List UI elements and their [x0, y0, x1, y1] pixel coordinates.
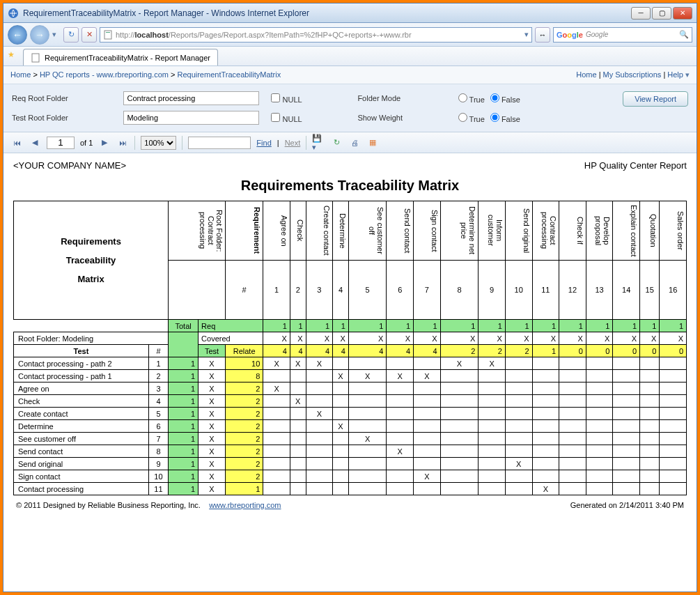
rtm-header-line2: Traceability	[17, 255, 165, 265]
requirement-col: Requirement	[225, 201, 263, 261]
table-row: See customer off 7 1 X 2X	[14, 433, 687, 445]
root-folder-test: Root Folder: Modeling	[14, 332, 169, 345]
table-row: Determine 6 1 X 2X	[14, 420, 687, 433]
minimize-button[interactable]: ─	[631, 7, 651, 20]
zoom-select[interactable]: 100%	[141, 136, 176, 150]
root-folder-req: Root Folder: Contract processing	[169, 201, 226, 261]
table-row: Contact processing - path 2 1 1 X 10XXXX…	[14, 357, 687, 370]
traceability-matrix: Requirements Traceability Matrix Root Fo…	[13, 201, 687, 495]
col-h: Send original	[505, 201, 532, 261]
test-header: Test	[14, 345, 149, 357]
svg-rect-1	[104, 31, 111, 39]
report-toolbar: ⏮ ◀ of 1 ▶ ⏭ 100% Find | Next 💾▾ ↻ 🖨 ▦	[3, 132, 697, 153]
col-h: Explain contact	[613, 201, 640, 261]
report-content: <YOUR COMPANY NAME> HP Quality Center Re…	[3, 153, 697, 592]
find-link[interactable]: Find	[256, 139, 271, 147]
export-button[interactable]: 💾▾	[312, 137, 325, 149]
find-input[interactable]	[188, 137, 251, 149]
tab-active[interactable]: RequirementTraceabilityMatrix - Report M…	[23, 49, 218, 65]
show-weight-false[interactable]: False	[490, 113, 520, 123]
compat-button[interactable]: ↔	[535, 27, 550, 42]
link-help[interactable]: Help	[667, 70, 683, 79]
test-name: Contact processing	[14, 483, 149, 495]
forward-button[interactable]: →	[30, 25, 49, 45]
report-title: Requirements Traceability Matrix	[13, 178, 687, 194]
favorites-icon[interactable]: ★	[8, 50, 19, 61]
table-row: Contact processing - path 1 2 1 X 8XXXX	[14, 370, 687, 382]
req-root-label: Req Root Folder	[12, 94, 115, 102]
page-of: of 1	[80, 139, 93, 147]
col-h: Agree on	[263, 201, 290, 261]
show-weight-label: Show Weight	[357, 114, 449, 122]
col-h: Check if	[559, 201, 586, 261]
help-dropdown-icon[interactable]: ▾	[685, 70, 690, 79]
col-h: Check	[290, 201, 306, 261]
test-root-label: Test Root Folder	[12, 114, 115, 122]
col-h: Quotation	[640, 201, 660, 261]
tab-page-icon	[31, 53, 40, 63]
refresh-button[interactable]: ↻	[63, 27, 79, 42]
table-row: Create contact 5 1 X 2X	[14, 408, 687, 420]
url-host: localhost	[135, 31, 169, 39]
test-name: Check	[14, 395, 149, 408]
col-h: Determine net price	[440, 201, 479, 261]
col-h: Develop proposal	[586, 201, 613, 261]
test-null-check[interactable]: NULL	[271, 113, 349, 123]
back-button[interactable]: ←	[8, 25, 27, 45]
test-name: Send original	[14, 458, 149, 470]
req-root-input[interactable]	[123, 91, 259, 105]
print-button[interactable]: 🖨	[348, 137, 361, 149]
copyright: © 2011 Designed by Reliable Business Rep…	[16, 501, 201, 509]
show-weight-true[interactable]: True	[458, 113, 485, 123]
prev-page-button[interactable]: ◀	[29, 137, 41, 149]
url-dropdown-icon[interactable]: ▾	[524, 30, 529, 39]
tabs-row: ★ RequirementTraceabilityMatrix - Report…	[3, 47, 697, 66]
footer-link[interactable]: www.rbreporting.com	[209, 501, 281, 509]
folder-mode-false[interactable]: False	[490, 93, 520, 104]
breadcrumb-report[interactable]: RequirementTraceabilityMatrix	[177, 70, 281, 79]
table-row: Sign contact 10 1 X 2X	[14, 470, 687, 483]
breadcrumb-home[interactable]: Home	[10, 70, 31, 79]
tab-title: RequirementTraceabilityMatrix - Report M…	[45, 54, 210, 62]
close-button[interactable]: ✕	[673, 7, 692, 20]
ie-icon	[8, 8, 19, 19]
view-report-button[interactable]: View Report	[623, 91, 688, 107]
next-page-button[interactable]: ▶	[98, 137, 111, 149]
report-source: HP Quality Center Report	[584, 160, 687, 171]
next-link[interactable]: Next	[285, 139, 301, 147]
req-null-check[interactable]: NULL	[271, 93, 349, 104]
refresh-report-button[interactable]: ↻	[330, 137, 343, 149]
parameters-panel: Req Root Folder NULL Folder Mode True Fa…	[3, 84, 697, 132]
history-dropdown-icon[interactable]: ▾	[52, 30, 61, 39]
link-home[interactable]: Home	[576, 70, 596, 79]
address-bar[interactable]: http://localhost/Reports/Pages/Report.as…	[100, 27, 532, 42]
search-go-icon[interactable]: 🔍	[679, 30, 689, 39]
test-name: Agree on	[14, 382, 149, 395]
link-subscriptions[interactable]: My Subscriptions	[603, 70, 662, 79]
svg-rect-2	[106, 32, 110, 33]
test-name: Sign contact	[14, 470, 149, 483]
url-prefix: http://	[116, 31, 135, 39]
breadcrumb-folder[interactable]: HP QC reports - www.rbreporting.com	[40, 70, 169, 79]
folder-mode-true[interactable]: True	[458, 93, 485, 104]
page-input[interactable]	[47, 137, 75, 149]
table-row: Check 4 1 X 2X	[14, 395, 687, 408]
maximize-button[interactable]: ▢	[652, 7, 671, 20]
covered-label: Covered	[199, 332, 263, 345]
test-root-input[interactable]	[123, 111, 259, 125]
table-row: Contact processing 11 1 X 1X	[14, 483, 687, 495]
search-box[interactable]: Google Google 🔍	[553, 27, 692, 42]
total-label: Total	[169, 320, 199, 332]
stop-button[interactable]: ✕	[81, 27, 97, 42]
nav-toolbar: ← → ▾ ↻ ✕ http://localhost/Reports/Pages…	[3, 23, 697, 47]
last-page-button[interactable]: ⏭	[116, 137, 129, 149]
rtm-header-line3: Matrix	[17, 274, 165, 284]
feed-button[interactable]: ▦	[366, 137, 379, 149]
google-logo: Google	[557, 31, 583, 39]
table-row: Send original 9 1 X 2X	[14, 458, 687, 470]
first-page-button[interactable]: ⏮	[10, 137, 23, 149]
table-row: Send contact 8 1 X 2X	[14, 445, 687, 458]
report-footer: © 2011 Designed by Reliable Business Rep…	[13, 495, 687, 509]
test-name: Send contact	[14, 445, 149, 458]
col-h: See customer off	[348, 201, 387, 261]
